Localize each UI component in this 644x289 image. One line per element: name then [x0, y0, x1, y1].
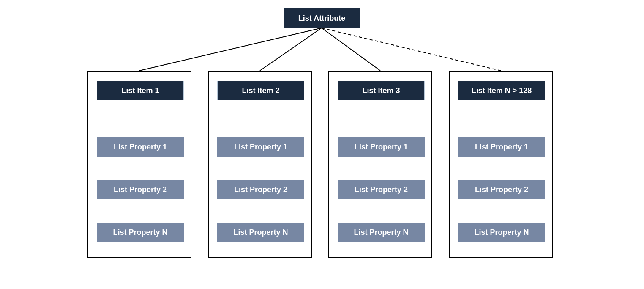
- list-item-header: List Item N > 128: [458, 81, 545, 100]
- list-property: List Property 1: [458, 137, 545, 157]
- list-property: List Property 2: [97, 180, 184, 199]
- list-property: List Property 2: [217, 180, 304, 199]
- list-item-column: List Item N > 128 List Property 1 List P…: [449, 71, 553, 258]
- list-property: List Property 1: [217, 137, 304, 157]
- list-item-header: List Item 3: [338, 81, 425, 100]
- list-item-column: List Item 3 List Property 1 List Propert…: [328, 71, 432, 258]
- svg-line-3: [322, 28, 501, 71]
- root-node: List Attribute: [284, 8, 360, 28]
- list-property: List Property 2: [338, 180, 425, 199]
- list-property: List Property 1: [338, 137, 425, 157]
- list-property: List Property N: [458, 223, 545, 242]
- list-item-column: List Item 1 List Property 1 List Propert…: [87, 71, 191, 258]
- svg-line-2: [322, 28, 380, 71]
- list-item-header: List Item 2: [217, 81, 304, 100]
- list-item-column: List Item 2 List Property 1 List Propert…: [208, 71, 312, 258]
- list-property: List Property 2: [458, 180, 545, 199]
- list-property: List Property N: [97, 223, 184, 242]
- svg-line-0: [139, 28, 322, 71]
- svg-line-1: [260, 28, 322, 71]
- list-property: List Property N: [217, 223, 304, 242]
- list-property: List Property N: [338, 223, 425, 242]
- list-item-header: List Item 1: [97, 81, 184, 100]
- list-property: List Property 1: [97, 137, 184, 157]
